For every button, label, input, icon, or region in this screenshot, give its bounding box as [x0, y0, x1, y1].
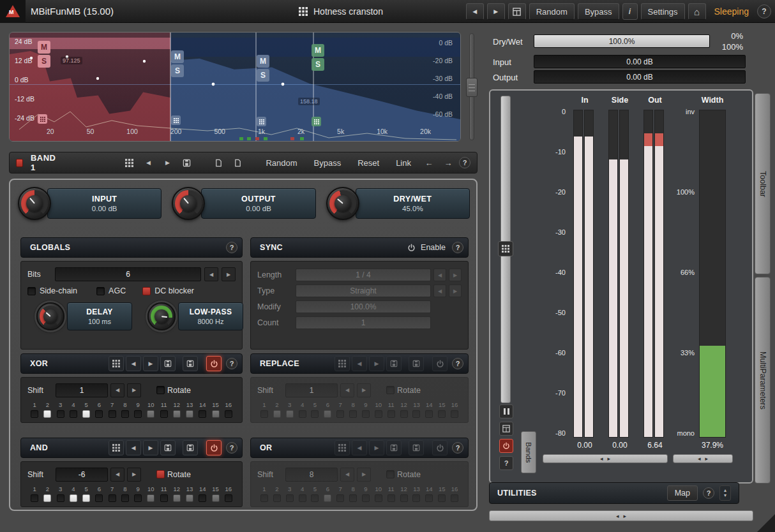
- next-button[interactable]: ▶: [369, 440, 384, 455]
- bit-checkbox[interactable]: [260, 494, 268, 502]
- agc-checkbox[interactable]: [96, 287, 105, 295]
- prev-button[interactable]: ◀: [352, 356, 367, 371]
- bit-checkbox[interactable]: [299, 410, 306, 418]
- shift-decrement[interactable]: ◀: [340, 383, 354, 397]
- bit-checkbox[interactable]: [43, 494, 51, 502]
- random-button[interactable]: Random: [529, 3, 575, 20]
- bit-checkbox[interactable]: [212, 494, 220, 502]
- shift-increment[interactable]: ▶: [357, 383, 371, 397]
- next-preset-button[interactable]: ▶: [487, 3, 505, 20]
- band-copy-button[interactable]: [210, 154, 227, 171]
- band3-side-toggle[interactable]: S: [257, 69, 269, 82]
- bit-checkbox[interactable]: [57, 494, 64, 502]
- bit-checkbox[interactable]: [186, 410, 193, 418]
- prev-button[interactable]: ◀: [126, 356, 141, 371]
- delay-display[interactable]: DELAY 100 ms: [67, 302, 132, 330]
- presets-grid-button[interactable]: [335, 440, 350, 455]
- bit-checkbox[interactable]: [438, 410, 446, 418]
- band-color-swatch[interactable]: [16, 159, 23, 167]
- bit-checkbox[interactable]: [225, 494, 232, 502]
- help-icon[interactable]: ?: [226, 442, 237, 454]
- scroll-left-icon[interactable]: ◂: [600, 455, 603, 462]
- band-presets-grid-button[interactable]: [121, 154, 137, 171]
- help-icon[interactable]: ?: [226, 242, 237, 253]
- scroll-left-icon[interactable]: ◂: [616, 513, 619, 519]
- bit-checkbox[interactable]: [199, 410, 206, 418]
- side-chain-checkbox[interactable]: [27, 287, 36, 295]
- sync-type-slider[interactable]: Straight: [296, 284, 431, 297]
- bit-checkbox[interactable]: [451, 410, 458, 418]
- width-scrollbar[interactable]: ◂ ▸: [673, 454, 733, 463]
- save-button[interactable]: [160, 440, 176, 455]
- next-button[interactable]: ▶: [143, 356, 158, 371]
- bit-checkbox[interactable]: [109, 494, 116, 502]
- bit-checkbox[interactable]: [95, 494, 103, 502]
- pause-button[interactable]: [499, 404, 513, 418]
- power-button[interactable]: [432, 356, 448, 371]
- save-button[interactable]: [386, 356, 402, 371]
- bit-checkbox[interactable]: [82, 410, 90, 418]
- rotate-checkbox[interactable]: [156, 470, 165, 478]
- bit-checkbox[interactable]: [31, 410, 38, 418]
- band3-options-tile[interactable]: [257, 117, 266, 126]
- shift-slider[interactable]: -6: [56, 468, 108, 482]
- bit-checkbox[interactable]: [95, 410, 103, 418]
- sync-count-slider[interactable]: 1: [296, 316, 431, 329]
- analyzer-resize-strip[interactable]: [463, 32, 480, 142]
- presets-grid-button[interactable]: [109, 440, 124, 455]
- morph-button[interactable]: [183, 356, 198, 371]
- sleeping-status[interactable]: Sleeping: [709, 6, 755, 17]
- bit-checkbox[interactable]: [425, 410, 433, 418]
- bit-checkbox[interactable]: [225, 410, 232, 418]
- band1-side-toggle[interactable]: S: [38, 55, 50, 68]
- shift-increment[interactable]: ▶: [127, 468, 141, 482]
- collapse-button[interactable]: ▴ ▾: [719, 485, 731, 501]
- output-knob[interactable]: [172, 187, 205, 220]
- next-button[interactable]: ▶: [143, 440, 158, 455]
- rotate-checkbox[interactable]: [386, 470, 395, 478]
- home-button[interactable]: ⌂: [688, 3, 706, 20]
- sync-enable-label[interactable]: Enable: [421, 243, 446, 252]
- band-save-button[interactable]: [178, 154, 195, 171]
- band-undo-button[interactable]: ←: [421, 154, 437, 171]
- bit-checkbox[interactable]: [311, 494, 319, 502]
- band1-options-tile[interactable]: [38, 114, 47, 124]
- bit-checkbox[interactable]: [147, 410, 154, 418]
- prev-button[interactable]: ◀: [352, 440, 367, 455]
- bit-checkbox[interactable]: [186, 494, 193, 502]
- shift-slider[interactable]: 1: [56, 383, 108, 397]
- power-button[interactable]: [206, 356, 222, 371]
- bit-checkbox[interactable]: [400, 410, 408, 418]
- bit-checkbox[interactable]: [286, 410, 294, 418]
- side-chain-option[interactable]: Side-chain: [27, 286, 77, 295]
- bit-checkbox[interactable]: [160, 410, 168, 418]
- bands-tab[interactable]: Bands: [521, 431, 536, 473]
- bit-checkbox[interactable]: [375, 410, 382, 418]
- drywet-global-slider[interactable]: 100.0%: [534, 34, 710, 48]
- input-knob[interactable]: [18, 187, 51, 220]
- power-button[interactable]: [432, 440, 448, 455]
- sync-length-decrement[interactable]: ◀: [433, 269, 446, 281]
- resize-corner[interactable]: [757, 514, 775, 532]
- shift-decrement[interactable]: ◀: [110, 468, 124, 482]
- meter-power-button[interactable]: [499, 439, 513, 453]
- bit-checkbox[interactable]: [375, 494, 382, 502]
- bit-checkbox[interactable]: [273, 410, 281, 418]
- shift-decrement[interactable]: ◀: [340, 468, 354, 482]
- scroll-right-icon[interactable]: ▸: [608, 455, 611, 462]
- band-reset-button[interactable]: Reset: [350, 154, 386, 171]
- bit-checkbox[interactable]: [336, 494, 344, 502]
- bypass-button[interactable]: Bypass: [578, 3, 619, 20]
- presets-grid-button[interactable]: [335, 356, 350, 371]
- bit-checkbox[interactable]: [43, 410, 51, 418]
- drywet-knob[interactable]: [326, 187, 359, 220]
- bit-checkbox[interactable]: [134, 410, 142, 418]
- prev-preset-button[interactable]: ◀: [466, 3, 484, 20]
- utilities-bar[interactable]: UTILITIES Map ? ▴ ▾: [489, 482, 739, 504]
- band2-mid-toggle[interactable]: M: [171, 50, 184, 63]
- band4-mid-toggle[interactable]: M: [312, 44, 324, 57]
- bit-checkbox[interactable]: [134, 494, 142, 502]
- collapse-handle[interactable]: [466, 78, 478, 97]
- sync-length-increment[interactable]: ▶: [449, 269, 462, 281]
- bit-checkbox[interactable]: [336, 410, 344, 418]
